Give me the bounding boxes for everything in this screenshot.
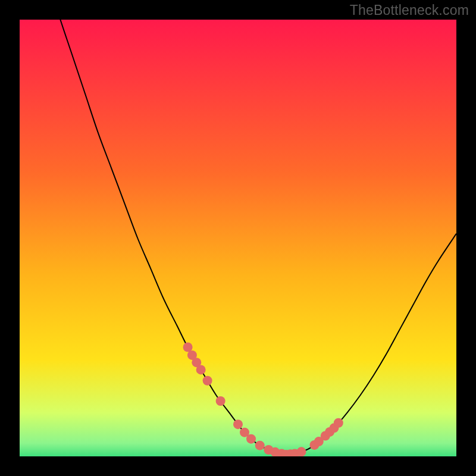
- highlight-dot: [233, 419, 243, 429]
- highlight-dot: [183, 343, 193, 352]
- highlight-dot: [334, 418, 343, 428]
- watermark-text: TheBottleneck.com: [350, 2, 469, 18]
- gradient-background: [20, 20, 456, 456]
- highlight-dot: [296, 447, 306, 456]
- highlight-dot: [203, 376, 212, 386]
- highlight-dot: [246, 434, 256, 444]
- plot-svg: [20, 20, 456, 456]
- highlight-dot: [255, 441, 265, 450]
- highlight-dot: [216, 396, 226, 406]
- chart-frame: TheBottleneck.com: [0, 0, 476, 476]
- highlight-dot: [196, 365, 206, 374]
- plot-area: [20, 20, 456, 456]
